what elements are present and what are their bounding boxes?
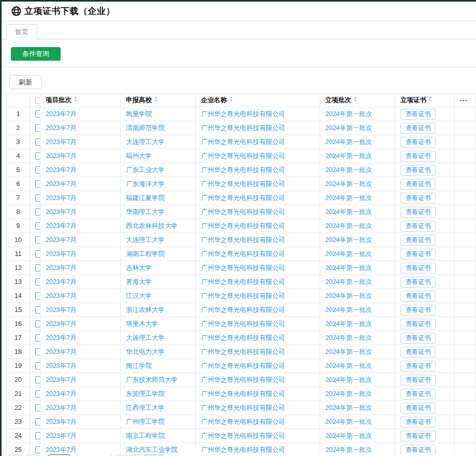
approval-batch-link[interactable]: 2024年第一批次	[325, 334, 372, 341]
company-link[interactable]: 广州华之尊光电科技有限公司	[201, 166, 285, 174]
school-link[interactable]: 江西理工大学	[126, 404, 165, 411]
view-certificate-button[interactable]: 查看证书	[400, 403, 436, 414]
row-checkbox[interactable]	[35, 138, 40, 146]
project-batch-link[interactable]: 2023年7月	[46, 166, 77, 174]
sort-icon[interactable]	[429, 96, 432, 102]
company-link[interactable]: 广州华之尊光电科技有限公司	[201, 446, 285, 453]
view-certificate-button[interactable]: 查看证书	[400, 235, 436, 246]
school-link[interactable]: 西北农林科技大学	[126, 222, 178, 230]
row-checkbox[interactable]	[35, 362, 40, 369]
view-certificate-button[interactable]: 查看证书	[400, 263, 436, 274]
view-certificate-button[interactable]: 查看证书	[400, 221, 436, 232]
project-batch-link[interactable]: 2023年7月	[46, 376, 77, 383]
school-link[interactable]: 华北电力大学	[126, 348, 165, 355]
approval-batch-link[interactable]: 2024年第一批次	[325, 320, 372, 327]
view-certificate-button[interactable]: 查看证书	[400, 319, 436, 330]
approval-batch-link[interactable]: 2024年第一批次	[325, 264, 372, 272]
sort-icon[interactable]	[229, 96, 233, 102]
approval-batch-link[interactable]: 2024年第一批次	[325, 110, 372, 118]
view-certificate-button[interactable]: 查看证书	[400, 347, 436, 358]
column-header-school[interactable]: 申报高校	[121, 94, 196, 107]
company-link[interactable]: 广州华之尊光电科技有限公司	[201, 110, 285, 118]
project-batch-link[interactable]: 2023年7月	[46, 138, 77, 146]
project-batch-link[interactable]: 2023年7月	[46, 222, 77, 230]
company-link[interactable]: 广州华之尊光电科技有限公司	[201, 180, 285, 188]
row-checkbox[interactable]	[35, 376, 40, 383]
company-link[interactable]: 广州华之尊光电科技有限公司	[201, 334, 285, 341]
school-link[interactable]: 广州理工学院	[126, 418, 165, 425]
row-checkbox[interactable]	[35, 390, 40, 397]
school-link[interactable]: 东莞理工学院	[126, 390, 165, 397]
view-certificate-button[interactable]: 查看证书	[400, 151, 436, 162]
project-batch-link[interactable]: 2023年7月	[46, 264, 77, 272]
approval-batch-link[interactable]: 2024年第一批次	[325, 418, 372, 425]
condition-query-button[interactable]: 条件查询	[11, 47, 61, 61]
view-certificate-button[interactable]: 查看证书	[400, 375, 436, 386]
sort-icon[interactable]	[354, 96, 357, 102]
column-header-certificate[interactable]: 立项证书	[395, 94, 455, 107]
row-checkbox[interactable]	[35, 306, 40, 314]
company-link[interactable]: 广州华之尊光电科技有限公司	[201, 348, 285, 355]
company-link[interactable]: 广州华之尊光电科技有限公司	[201, 278, 285, 286]
company-link[interactable]: 广州华之尊光电科技有限公司	[201, 250, 285, 258]
project-batch-link[interactable]: 2023年7月	[46, 110, 77, 118]
approval-batch-link[interactable]: 2024年第一批次	[325, 278, 372, 286]
view-certificate-button[interactable]: 查看证书	[400, 165, 436, 176]
project-batch-link[interactable]: 2023年7月	[46, 418, 77, 425]
view-certificate-button[interactable]: 查看证书	[400, 333, 436, 344]
row-checkbox[interactable]	[35, 194, 40, 202]
view-certificate-button[interactable]: 查看证书	[400, 123, 436, 134]
company-link[interactable]: 广州华之尊光电科技有限公司	[201, 432, 285, 439]
school-link[interactable]: 湖北汽车工业学院	[126, 446, 178, 453]
view-certificate-button[interactable]: 查看证书	[400, 291, 436, 302]
approval-batch-link[interactable]: 2024年第一批次	[325, 208, 372, 216]
project-batch-link[interactable]: 2023年7月	[46, 432, 77, 439]
row-checkbox[interactable]	[35, 264, 40, 272]
company-link[interactable]: 广州华之尊光电科技有限公司	[201, 222, 285, 230]
project-batch-link[interactable]: 2023年7月	[46, 292, 77, 300]
view-certificate-button[interactable]: 查看证书	[400, 109, 436, 120]
school-link[interactable]: 闽江学院	[126, 362, 152, 369]
row-checkbox[interactable]	[35, 348, 40, 355]
view-certificate-button[interactable]: 查看证书	[400, 277, 436, 288]
project-batch-link[interactable]: 2023年7月	[46, 446, 77, 453]
company-link[interactable]: 广州华之尊光电科技有限公司	[201, 362, 285, 369]
company-link[interactable]: 广州华之尊光电科技有限公司	[201, 306, 285, 314]
school-link[interactable]: 吉林大学	[126, 264, 152, 272]
project-batch-link[interactable]: 2023年7月	[46, 390, 77, 397]
school-link[interactable]: 福州大学	[126, 152, 152, 160]
school-link[interactable]: 大连理工大学	[126, 334, 165, 341]
project-batch-link[interactable]: 2023年7月	[46, 306, 77, 314]
row-checkbox[interactable]	[35, 334, 40, 341]
school-link[interactable]: 塔里木大学	[126, 320, 158, 327]
school-link[interactable]: 南京工程学院	[126, 432, 165, 439]
company-link[interactable]: 广州华之尊光电科技有限公司	[201, 236, 285, 244]
project-batch-link[interactable]: 2023年7月	[46, 124, 77, 132]
company-link[interactable]: 广州华之尊光电科技有限公司	[201, 320, 285, 327]
company-link[interactable]: 广州华之尊光电科技有限公司	[201, 292, 285, 300]
column-header-company[interactable]: 企业名称	[196, 94, 320, 107]
approval-batch-link[interactable]: 2024年第一批次	[325, 376, 372, 383]
approval-batch-link[interactable]: 2024年第一批次	[325, 124, 372, 132]
school-link[interactable]: 福建江夏学院	[126, 194, 165, 202]
company-link[interactable]: 广州华之尊光电科技有限公司	[201, 418, 285, 425]
project-batch-link[interactable]: 2023年7月	[46, 404, 77, 411]
school-link[interactable]: 凯里学院	[126, 110, 152, 118]
company-link[interactable]: 广州华之尊光电科技有限公司	[201, 152, 285, 160]
row-checkbox[interactable]	[35, 166, 40, 174]
school-link[interactable]: 华南理工大学	[126, 208, 165, 216]
view-certificate-button[interactable]: 查看证书	[400, 193, 436, 204]
view-certificate-button[interactable]: 查看证书	[400, 431, 436, 441]
project-batch-link[interactable]: 2023年7月	[46, 334, 77, 341]
school-link[interactable]: 广东工业大学	[126, 166, 165, 174]
row-checkbox[interactable]	[35, 292, 40, 300]
project-batch-link[interactable]: 2023年7月	[46, 236, 77, 244]
project-batch-link[interactable]: 2023年7月	[46, 362, 77, 369]
company-link[interactable]: 广州华之尊光电科技有限公司	[201, 376, 285, 383]
refresh-button[interactable]: 刷新	[9, 75, 41, 89]
row-checkbox[interactable]	[35, 208, 40, 216]
select-all-checkbox[interactable]	[35, 97, 40, 104]
approval-batch-link[interactable]: 2024年第一批次	[325, 236, 372, 244]
approval-batch-link[interactable]: 2024年第一批次	[325, 432, 372, 439]
approval-batch-link[interactable]: 2024年第一批次	[325, 404, 372, 411]
